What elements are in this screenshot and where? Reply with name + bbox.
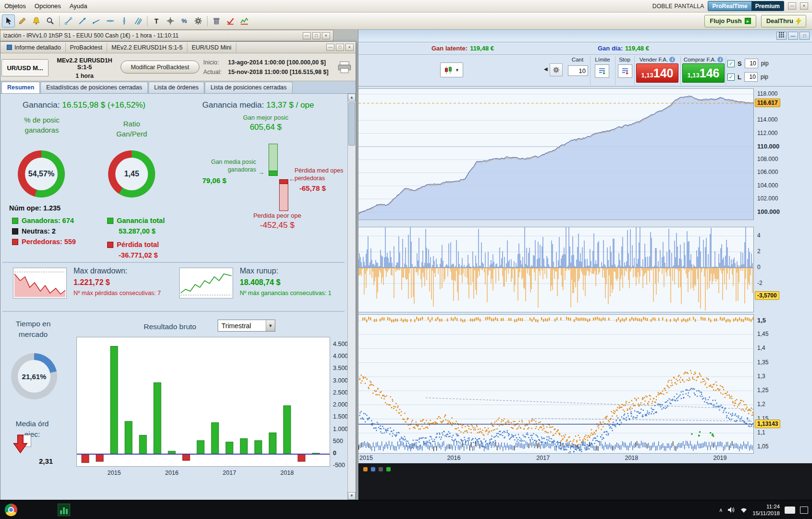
indicator-dot-icon[interactable] (386, 467, 391, 471)
crosshair-icon[interactable] (164, 14, 177, 27)
indicator-dot-icon[interactable] (371, 467, 375, 471)
close-icon[interactable]: × (322, 32, 330, 39)
collapse-panel-icon[interactable]: ◀ (544, 66, 548, 72)
order-settings-icon[interactable] (550, 63, 563, 76)
price-axis[interactable]: 1,51,451,41,351,31,251,21,151,11,051,131… (753, 314, 812, 454)
chevron-down-icon: ▼ (266, 320, 275, 331)
maximize-icon[interactable]: □ (336, 44, 344, 51)
text-icon[interactable]: T (150, 14, 163, 27)
spreadsheet-icon[interactable] (58, 504, 70, 516)
price-tick: 1,45 (757, 331, 768, 337)
minimize-icon[interactable]: — (788, 32, 798, 40)
indicator-icon[interactable] (238, 14, 251, 27)
close-icon[interactable]: × (345, 44, 354, 51)
gross-result-ytick: 4.000 (333, 353, 347, 359)
period-select[interactable]: Trimestral ▼ (218, 320, 275, 332)
buy-button[interactable]: 1,13146 (682, 63, 725, 83)
touch-keyboard-icon[interactable] (785, 507, 795, 514)
alarm-bell-icon[interactable] (30, 14, 43, 27)
equity-price-axis[interactable]: 118.000114.000112.000110.000108.000106.0… (753, 88, 812, 220)
zoom-icon[interactable] (44, 14, 57, 27)
tab-eur-usd-mini[interactable]: EUR/USD Mini (187, 43, 236, 52)
report-tab-estad-sticas-de-posiciones-cerradas[interactable]: Estadísticas de posiciones cerradas (40, 82, 148, 93)
scroll-down-icon[interactable]: ▼ (348, 492, 356, 500)
minimize-icon[interactable]: — (326, 44, 334, 51)
tray-expand-icon[interactable]: ∧ (719, 507, 723, 513)
trash-icon[interactable] (210, 14, 223, 27)
report-tab-resumen[interactable]: Resumen (1, 82, 40, 93)
tab-mev2-2-eurusd1h-s-1-5[interactable]: MEv2.2 EURUSD1H S:1-5 (107, 43, 187, 52)
taskbar-clock[interactable]: 11:24 15/11/2018 (752, 503, 780, 517)
print-icon[interactable] (337, 61, 353, 74)
maximize-icon[interactable]: □ (312, 32, 320, 39)
gross-result-ytick: 1.000 (333, 426, 347, 432)
network-icon[interactable] (740, 507, 748, 513)
limit-checkbox[interactable]: ✓ (727, 74, 735, 81)
percent-icon[interactable]: % (178, 14, 191, 27)
dealthru-button[interactable]: DealThru (761, 15, 806, 27)
maximize-icon[interactable]: □ (800, 32, 810, 40)
close-icon[interactable]: × (800, 2, 808, 10)
report-tab-lista-de-rdenes[interactable]: Lista de órdenes (148, 82, 204, 93)
segment-icon[interactable] (62, 14, 75, 27)
oscillator-chart[interactable] (358, 227, 753, 312)
equity-curve-chart[interactable] (358, 88, 753, 220)
pencil-icon[interactable] (16, 14, 29, 27)
tab-informe-detallado[interactable]: Informe detallado (2, 43, 66, 52)
quantity-input[interactable] (568, 65, 588, 76)
action-center-icon[interactable] (800, 507, 808, 514)
tab-eurusd-mini-side[interactable]: UR/USD M... (1, 59, 49, 76)
menu-item-ayuda[interactable]: Ayuda (65, 0, 92, 12)
gross-result-year: 2018 (277, 470, 298, 476)
info-icon[interactable]: i (669, 57, 675, 62)
taskbar-time: 11:24 (752, 503, 780, 510)
chart-type-button[interactable]: ▼ (440, 62, 463, 77)
minimize-icon[interactable]: — (303, 32, 311, 39)
scroll-up-icon[interactable]: ▲ (348, 94, 356, 101)
stop-order-icon[interactable] (618, 64, 632, 78)
flujo-push-button[interactable]: Flujo Push ▸ (704, 15, 756, 27)
vertical-scrollbar[interactable]: ▲ ▼ (347, 94, 356, 500)
doble-pantalla-button[interactable]: DOBLE PANTALLA (652, 3, 704, 10)
pitchfork-icon[interactable] (132, 14, 145, 27)
scrollbar-thumb[interactable] (348, 102, 355, 146)
pointer-icon[interactable] (2, 14, 15, 27)
modify-probacktest-button[interactable]: Modificar ProBacktest (121, 61, 199, 74)
report-tab-lista-de-posiciones-cerradas[interactable]: Lista de posiciones cerradas (205, 82, 292, 93)
workspace-grid-icon[interactable] (776, 32, 787, 40)
chart-window-titlebar[interactable]: — □ (358, 30, 812, 42)
total-profit-label: Ganancia total (117, 217, 165, 224)
limit-pips-input[interactable] (744, 72, 758, 82)
worst-trade-value: -452,45 $ (247, 221, 307, 230)
price-chart[interactable] (358, 314, 753, 454)
oscillator-axis[interactable]: 420-2-3,5700 (753, 227, 812, 312)
chrome-icon[interactable] (5, 504, 17, 516)
ray-icon[interactable] (90, 14, 103, 27)
oscillator-tick: 4 (757, 232, 761, 239)
menu-item-opciones[interactable]: Opciones (30, 0, 65, 12)
minimize-icon[interactable]: — (788, 2, 796, 10)
volume-icon[interactable] (727, 507, 735, 513)
tab-probacktest[interactable]: ProBacktest (66, 43, 107, 52)
stop-checkbox[interactable]: ✓ (727, 60, 735, 67)
avg-loss-value: -65,78 $ (299, 184, 326, 192)
indicator-dot-icon[interactable] (363, 467, 368, 471)
trendline-icon[interactable] (76, 14, 89, 27)
settings-icon[interactable] (192, 14, 205, 27)
download-arrow-icon[interactable] (12, 434, 33, 455)
window-controls: — □ × (326, 44, 356, 51)
section-divider (2, 311, 344, 312)
backtest-period-info: Inicio: 13-ago-2014 1:00:00 [100.000,00 … (203, 58, 329, 77)
vline-icon[interactable] (118, 14, 131, 27)
time-axis[interactable]: 20152016201720182019 (358, 454, 753, 463)
hline-icon[interactable] (104, 14, 117, 27)
background-window-titlebar[interactable]: ización - IRVv1.0 1hSP S1 - EEUU 500 Cas… (0, 30, 333, 41)
sell-button[interactable]: 1,13140 (636, 63, 678, 83)
push-icon: ▸ (745, 18, 751, 24)
menu-item-objetos[interactable]: Objetos (0, 0, 30, 12)
validation-icon[interactable] (224, 14, 237, 27)
stop-pips-input[interactable] (745, 59, 758, 68)
limit-order-icon[interactable] (595, 64, 609, 78)
info-icon[interactable]: i (717, 57, 723, 62)
indicator-dot-icon[interactable] (379, 467, 383, 471)
